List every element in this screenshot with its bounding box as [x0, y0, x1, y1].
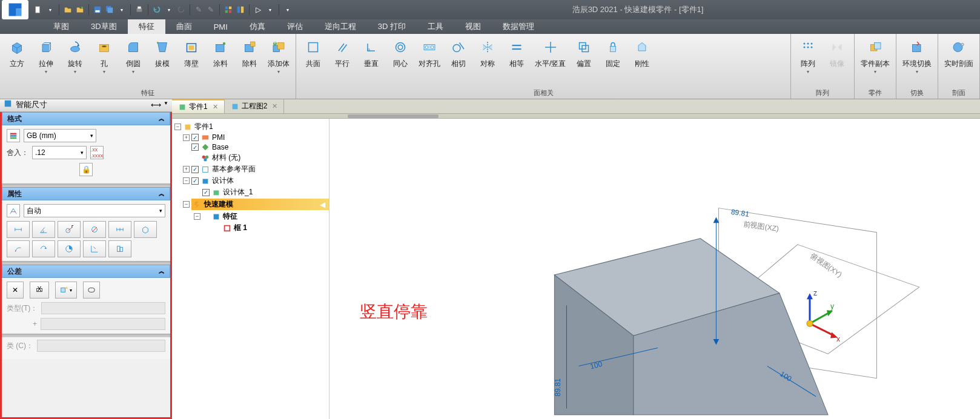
redo-icon[interactable]: [176, 4, 187, 15]
checkbox[interactable]: ✓: [191, 166, 199, 173]
coating-button[interactable]: 涂料: [207, 36, 234, 87]
precision-icon[interactable]: .xx.xxxx: [90, 146, 104, 159]
mirror-button[interactable]: 镜像: [824, 36, 850, 87]
app-logo[interactable]: [2, 0, 28, 19]
perpendicular-button[interactable]: 垂直: [358, 36, 385, 87]
dim-arc-icon[interactable]: [7, 240, 30, 257]
coplanar-button[interactable]: 共面: [300, 36, 326, 87]
doc-tab-drawing2[interactable]: 工程图2 ✕: [225, 99, 285, 113]
new-file-icon[interactable]: [33, 4, 44, 15]
tree-node-label[interactable]: 特征: [223, 211, 237, 222]
sketch-icon[interactable]: ✎: [193, 4, 204, 15]
panel-menu-icon[interactable]: ▼: [164, 101, 168, 109]
checkbox[interactable]: ✓: [191, 144, 199, 151]
tab-surface[interactable]: 曲面: [165, 19, 203, 34]
tree-root-label[interactable]: 零件1: [194, 122, 213, 132]
tab-sim[interactable]: 仿真: [239, 19, 276, 34]
save-icon[interactable]: [92, 4, 103, 15]
open-file-icon[interactable]: [62, 4, 73, 15]
panel-pin-icon[interactable]: ⟷: [151, 101, 161, 109]
envswitch-button[interactable]: 环境切换▾: [900, 36, 934, 87]
tab-3dprint[interactable]: 3D 打印: [367, 19, 417, 34]
close-icon[interactable]: ✕: [272, 102, 277, 110]
dim-radius-icon[interactable]: R: [58, 221, 81, 238]
tab-feature[interactable]: 特征: [128, 19, 165, 34]
cut-button[interactable]: 除料: [236, 36, 263, 87]
dropdown-icon[interactable]: ▾: [265, 4, 276, 15]
fillet-button[interactable]: 倒圆▾: [120, 36, 147, 87]
collapse-icon[interactable]: −: [174, 124, 181, 130]
tol-none-icon[interactable]: ✕: [7, 282, 24, 299]
dropdown-icon[interactable]: ▾: [45, 4, 56, 15]
offset-button[interactable]: 偏置: [571, 36, 597, 87]
fix-button[interactable]: 固定: [600, 36, 626, 87]
dropdown-icon[interactable]: ▾: [164, 4, 174, 15]
expand-icon[interactable]: +: [183, 134, 190, 141]
checkbox[interactable]: ✓: [191, 134, 199, 141]
rigid-button[interactable]: 刚性: [629, 36, 655, 87]
tree-node-label[interactable]: 设计体_1: [223, 187, 253, 197]
tol-basic-icon[interactable]: X: [30, 282, 49, 299]
dim-ref-icon[interactable]: [108, 240, 131, 257]
symmetric-button[interactable]: 对称: [474, 36, 501, 87]
tab-tools[interactable]: 工具: [417, 19, 454, 34]
undo-icon[interactable]: [151, 4, 162, 15]
concentric-button[interactable]: 同心: [387, 36, 414, 87]
dim-angle-icon[interactable]: [32, 221, 55, 238]
dim-arc2-icon[interactable]: [32, 240, 55, 257]
tol-edit-icon[interactable]: ▾: [55, 282, 77, 299]
addbody-button[interactable]: +添加体▾: [265, 36, 292, 87]
collapse-icon[interactable]: −: [183, 201, 190, 208]
standard-combo[interactable]: GB (mm) ▾: [24, 129, 96, 142]
autodim-icon[interactable]: [7, 204, 20, 217]
dim-chain-icon[interactable]: [108, 221, 131, 238]
tree-node-label[interactable]: 材料 (无): [212, 153, 240, 163]
hv-button[interactable]: 水平/竖直: [532, 36, 568, 87]
expand-icon[interactable]: +: [183, 166, 190, 173]
revolve-button[interactable]: 旋转▾: [62, 36, 88, 87]
partcopy-button[interactable]: 零件副本▾: [858, 36, 892, 87]
dim-3d-icon[interactable]: [134, 221, 157, 238]
pattern-button[interactable]: 阵列▾: [795, 36, 821, 87]
tab-view[interactable]: 视图: [454, 19, 492, 34]
hole-button[interactable]: 孔▾: [91, 36, 118, 87]
sketch2-icon[interactable]: ✎: [205, 4, 216, 15]
draft-button[interactable]: 拔模: [149, 36, 176, 87]
tree-node-label[interactable]: Base: [212, 143, 228, 151]
tangent-button[interactable]: 相切: [445, 36, 472, 87]
lock-icon[interactable]: 🔒: [79, 163, 93, 176]
close-icon[interactable]: ✕: [213, 103, 218, 111]
tol-inspect-icon[interactable]: [83, 282, 100, 299]
checkbox[interactable]: ✓: [191, 177, 199, 185]
tree-node-label[interactable]: PMI: [212, 133, 225, 142]
tree-node-label[interactable]: 基本参考平面: [212, 164, 256, 174]
tree-node-label[interactable]: 设计体: [212, 176, 234, 186]
dim-pie-icon[interactable]: [58, 240, 81, 257]
section-format[interactable]: 格式 ︽: [2, 112, 170, 125]
alignhole-button[interactable]: 对齐孔: [416, 36, 443, 87]
tree-node-label[interactable]: 框 1: [234, 223, 247, 233]
scroll-strip[interactable]: [172, 114, 980, 119]
tab-eval[interactable]: 评估: [276, 19, 314, 34]
pointer-icon[interactable]: ▷: [253, 4, 263, 15]
shell-button[interactable]: 薄壁: [178, 36, 205, 87]
tab-data[interactable]: 数据管理: [492, 19, 545, 34]
extrude-button[interactable]: 拉伸▾: [33, 36, 59, 87]
livesection-button[interactable]: 实时剖面: [942, 36, 976, 87]
section-props[interactable]: 属性 ︽: [2, 187, 170, 200]
open-folder-icon[interactable]: [74, 4, 85, 15]
collapse-icon[interactable]: −: [183, 177, 190, 184]
arrange-icon[interactable]: [223, 4, 234, 15]
dim-diameter-icon[interactable]: [83, 221, 106, 238]
arrange2-icon[interactable]: [235, 4, 246, 15]
equal-button[interactable]: 相等: [503, 36, 530, 87]
dim-coord-icon[interactable]: [83, 240, 106, 257]
save-all-icon[interactable]: [104, 4, 115, 15]
tab-reverse[interactable]: 逆向工程: [314, 19, 367, 34]
mode-combo[interactable]: 自动 ▾: [24, 204, 165, 217]
tab-pmi[interactable]: PMI: [203, 19, 239, 34]
cube-button[interactable]: 立方: [4, 36, 30, 87]
3d-viewport[interactable]: 竖直停靠 前视图(XZ) 俯视图(XY) 右视图(YZ): [329, 119, 980, 419]
tree-node-label[interactable]: 快速建模: [204, 199, 233, 210]
round-combo[interactable]: .12 ▾: [32, 146, 87, 159]
